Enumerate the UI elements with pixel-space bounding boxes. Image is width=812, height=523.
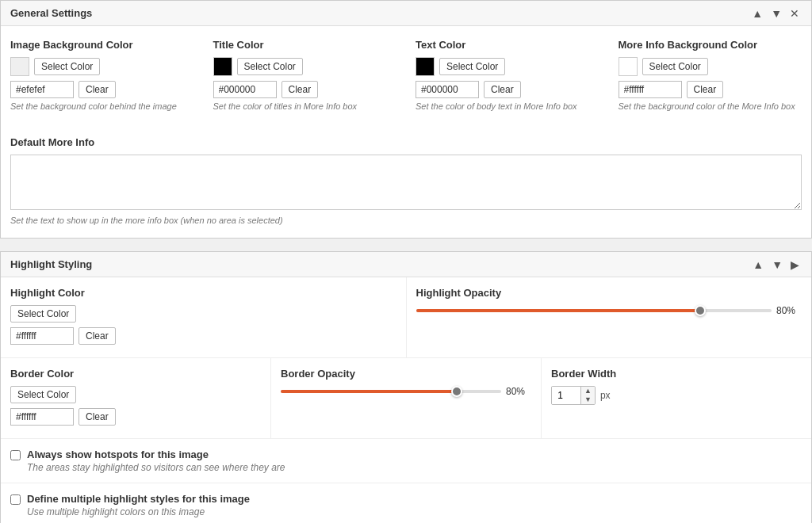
title-color-select-row: Select Color [213, 57, 397, 76]
highlight-opacity-fill [416, 309, 701, 312]
text-color-field: Text Color Select Color Clear Set the co… [416, 39, 599, 111]
multiple-highlight-styles-container: Define multiple highlight styles for thi… [27, 493, 250, 517]
border-color-label: Border Color [10, 368, 261, 380]
text-color-clear-button[interactable]: Clear [484, 81, 521, 98]
default-more-info-textarea[interactable] [10, 155, 802, 210]
border-width-col: Border Width ▲ ▼ px [542, 358, 811, 438]
highlight-opacity-thumb[interactable] [695, 305, 706, 316]
border-width-increment-button[interactable]: ▲ [581, 387, 595, 395]
border-opacity-col: Border Opacity 80% [271, 358, 542, 438]
border-opacity-fill [281, 390, 457, 393]
title-color-hint: Set the color of titles in More Info box [213, 101, 397, 111]
border-color-col: Border Color Select Color Clear [1, 358, 271, 438]
image-bg-color-select-row: Select Color [10, 57, 194, 76]
always-show-hotspots-checkbox[interactable] [10, 450, 21, 460]
always-show-hotspots-container: Always show hotspots for this image The … [27, 449, 285, 473]
text-color-select-row: Select Color [416, 57, 599, 76]
title-color-clear-button[interactable]: Clear [282, 81, 319, 98]
text-color-label: Text Color [416, 39, 599, 51]
section-divider [0, 245, 812, 251]
more-info-bg-color-input[interactable] [619, 81, 682, 98]
always-show-hotspots-hint: The areas stay highlighted so visitors c… [27, 462, 285, 473]
border-color-input[interactable] [10, 408, 74, 426]
title-color-input[interactable] [213, 81, 277, 98]
border-width-input-row: ▲ ▼ px [551, 386, 802, 405]
border-width-unit: px [600, 390, 611, 401]
title-color-field: Title Color Select Color Clear Set the c… [213, 39, 397, 111]
image-bg-color-swatch [10, 57, 29, 76]
border-color-select-row: Select Color [10, 386, 261, 403]
highlight-color-value-row: Clear [10, 327, 396, 345]
general-settings-body: Image Background Color Select Color Clea… [1, 26, 811, 136]
multiple-highlight-styles-row: Define multiple highlight styles for thi… [1, 483, 811, 523]
title-color-label: Title Color [213, 39, 397, 51]
highlight-opacity-label: Highlight Opacity [416, 287, 802, 299]
border-width-decrement-button[interactable]: ▼ [581, 395, 595, 404]
image-bg-color-clear-button[interactable]: Clear [79, 81, 116, 98]
always-show-hotspots-row: Always show hotspots for this image The … [1, 438, 811, 483]
panel-controls: ▲ ▼ ✕ [749, 8, 802, 19]
multiple-highlight-styles-label: Define multiple highlight styles for thi… [27, 493, 250, 505]
image-bg-color-value-row: Clear [10, 81, 194, 98]
image-bg-color-label: Image Background Color [10, 39, 194, 51]
more-info-bg-color-hint: Set the background color of the More Inf… [619, 101, 802, 111]
image-bg-color-select-button[interactable]: Select Color [34, 58, 100, 75]
highlight-collapse-up-button[interactable]: ▲ [750, 259, 766, 270]
more-info-bg-color-select-row: Select Color [619, 57, 802, 76]
highlight-top-row: Highlight Color Select Color Clear Highl… [1, 277, 811, 357]
image-bg-color-input[interactable] [10, 81, 74, 98]
text-color-hint: Set the color of body text in More Info … [416, 101, 599, 111]
highlight-color-label: Highlight Color [10, 287, 396, 299]
text-color-select-button[interactable]: Select Color [439, 58, 505, 75]
more-info-bg-color-label: More Info Background Color [619, 39, 802, 51]
title-color-select-button[interactable]: Select Color [237, 58, 303, 75]
border-color-clear-button[interactable]: Clear [79, 408, 116, 426]
border-opacity-slider-container: 80% [281, 386, 531, 397]
title-color-value-row: Clear [213, 81, 397, 98]
color-row-top: Image Background Color Select Color Clea… [10, 39, 802, 111]
border-row: Border Color Select Color Clear Border O… [1, 357, 811, 438]
highlight-opacity-value: 80% [776, 305, 802, 316]
general-settings-header: General Settings ▲ ▼ ✕ [1, 1, 811, 26]
text-color-value-row: Clear [416, 81, 599, 98]
multiple-highlight-styles-hint: Use multiple highlight colors on this im… [27, 506, 250, 517]
border-width-input[interactable] [552, 387, 580, 404]
title-color-swatch [213, 57, 232, 76]
highlight-color-select-row: Select Color [10, 305, 396, 323]
default-more-info-section: Default More Info Set the text to show u… [1, 136, 811, 238]
multiple-highlight-styles-checkbox[interactable] [10, 494, 21, 505]
default-more-info-label: Default More Info [10, 136, 802, 148]
highlight-panel-controls: ▲ ▼ ▶ [750, 259, 802, 270]
general-settings-title: General Settings [10, 7, 92, 19]
highlight-opacity-col: Highlight Opacity 80% [407, 277, 812, 357]
border-opacity-thumb[interactable] [451, 386, 462, 397]
border-width-input-wrapper: ▲ ▼ [551, 386, 596, 405]
highlight-collapse-down-button[interactable]: ▼ [769, 259, 785, 270]
highlight-color-input[interactable] [10, 327, 74, 345]
border-width-label: Border Width [551, 368, 802, 380]
collapse-down-button[interactable]: ▼ [768, 8, 784, 19]
highlight-opacity-slider-container: 80% [416, 305, 802, 316]
highlight-color-select-button[interactable]: Select Color [10, 305, 76, 323]
border-color-select-button[interactable]: Select Color [10, 386, 76, 403]
border-width-spinners: ▲ ▼ [580, 387, 595, 404]
image-bg-color-field: Image Background Color Select Color Clea… [10, 39, 194, 111]
text-color-swatch [416, 57, 435, 76]
border-opacity-value: 80% [506, 386, 531, 397]
close-panel-button[interactable]: ✕ [787, 8, 802, 19]
text-color-input[interactable] [416, 81, 479, 98]
highlight-styling-title: Highlight Styling [10, 258, 92, 270]
more-info-bg-color-clear-button[interactable]: Clear [687, 81, 724, 98]
border-opacity-track[interactable] [281, 390, 501, 393]
always-show-hotspots-label: Always show hotspots for this image [27, 449, 285, 460]
general-settings-panel: General Settings ▲ ▼ ✕ Image Background … [0, 0, 812, 239]
highlight-color-clear-button[interactable]: Clear [79, 327, 116, 345]
highlight-styling-panel: Highlight Styling ▲ ▼ ▶ Highlight Color … [0, 251, 812, 523]
highlight-close-panel-button[interactable]: ▶ [788, 259, 802, 270]
more-info-bg-color-value-row: Clear [619, 81, 802, 98]
collapse-up-button[interactable]: ▲ [749, 8, 765, 19]
image-bg-color-hint: Set the background color behind the imag… [10, 101, 194, 111]
more-info-bg-color-field: More Info Background Color Select Color … [619, 39, 802, 111]
highlight-opacity-track[interactable] [416, 309, 772, 312]
more-info-bg-color-select-button[interactable]: Select Color [642, 58, 708, 75]
